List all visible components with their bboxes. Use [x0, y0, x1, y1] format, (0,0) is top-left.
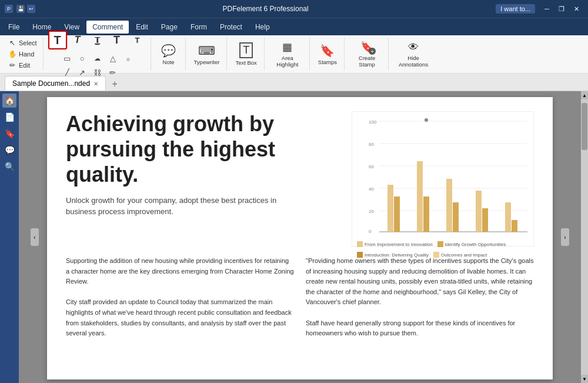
save-icon[interactable]: 💾: [16, 5, 25, 13]
drawing-tools: ▭ ○ ☁ △ ⬦ ╱ ↗ ⛓ ✏: [60, 52, 135, 79]
restore-button[interactable]: ❐: [554, 2, 569, 15]
tab-label: Sample Documen...nded: [12, 79, 90, 88]
title-bar-left: P 💾 ↩: [5, 5, 35, 13]
svg-rect-21: [423, 197, 429, 232]
new-tab-button[interactable]: +: [108, 78, 121, 91]
body-text-section: Supporting the addition of new housing w…: [66, 256, 534, 339]
area-highlight-button[interactable]: ▦ Area Highlight: [268, 38, 307, 70]
typewriter-section: ⌨ Typewriter: [187, 38, 228, 71]
text-style-bold-button[interactable]: T: [48, 31, 67, 49]
menu-protect[interactable]: Protect: [214, 21, 248, 34]
page-heading: Achieving growth by pursuing the highest…: [66, 111, 295, 188]
legend-label-2: Identify Growth Opportunities: [445, 242, 506, 247]
svg-text:40: 40: [369, 186, 374, 192]
stamps-section: 🔖 Stamps: [311, 38, 345, 71]
sidebar-search-icon[interactable]: 🔍: [2, 159, 16, 174]
diamond-shape-button[interactable]: ⬦: [121, 52, 135, 65]
selection-tools: ↖ Select ✋ Hand ✏ Edit: [5, 38, 41, 71]
scroll-down-arrow[interactable]: ▼: [581, 375, 588, 383]
svg-rect-25: [482, 208, 488, 232]
text-style-underline-button[interactable]: T̲: [88, 31, 107, 49]
scroll-up-arrow[interactable]: ▲: [581, 91, 588, 99]
svg-rect-27: [512, 220, 517, 232]
cloud-shape-button[interactable]: ☁: [91, 52, 105, 65]
tab-bar: Sample Documen...nded ✕ +: [0, 74, 588, 91]
left-panel-toggle[interactable]: ‹: [31, 228, 39, 246]
oval-shape-button[interactable]: ○: [75, 52, 89, 65]
legend-label-1: From Improvement to Innovation: [365, 242, 433, 247]
menu-form[interactable]: Form: [185, 21, 213, 34]
textbox-button[interactable]: T Text Box: [230, 40, 261, 68]
sidebar-pages-icon[interactable]: 📄: [2, 110, 16, 124]
triangle-shape-button[interactable]: △: [106, 52, 120, 65]
rectangle-shape-button[interactable]: ▭: [60, 52, 74, 65]
edit-icon: ✏: [8, 61, 16, 69]
vertical-scrollbar[interactable]: ▲ ▼: [581, 91, 588, 383]
svg-text:60: 60: [369, 164, 374, 169]
svg-rect-18: [387, 185, 393, 232]
quick-access-toolbar: 💾 ↩: [16, 5, 35, 13]
close-button[interactable]: ✕: [569, 2, 583, 15]
tab-close-button[interactable]: ✕: [93, 81, 98, 87]
create-stamp-button[interactable]: 🔖 + Create Stamp: [348, 38, 386, 70]
text-style-small-button[interactable]: T: [128, 31, 147, 49]
stamps-button[interactable]: 🔖 Stamps: [313, 41, 342, 68]
pencil-tool-button[interactable]: ✏: [106, 66, 120, 79]
sidebar-comments-icon[interactable]: 💬: [2, 143, 16, 157]
legend-item-2: Identify Growth Opportunities: [437, 241, 506, 247]
app-icon: P: [5, 5, 13, 13]
hide-annotations-icon: 👁: [408, 41, 419, 54]
page-top-section: Achieving growth by pursuing the highest…: [66, 111, 534, 247]
text-style-large-button[interactable]: T: [108, 31, 127, 49]
stamps-icon: 🔖: [320, 44, 335, 58]
text-formatting-tools: T T T̲ T T: [47, 29, 148, 51]
create-stamp-icon: 🔖 +: [360, 41, 373, 54]
scroll-thumb[interactable]: [582, 103, 587, 150]
window-controls: ─ ❐ ✕: [540, 2, 583, 15]
svg-text:20: 20: [369, 209, 374, 214]
select-icon: ↖: [8, 39, 16, 47]
menu-help[interactable]: Help: [249, 21, 276, 34]
hide-annotations-button[interactable]: 👁 Hide Annotations: [392, 39, 435, 70]
selection-tools-section: ↖ Select ✋ Hand ✏ Edit: [2, 38, 44, 71]
svg-rect-23: [453, 202, 459, 232]
want-to-button[interactable]: I want to...: [496, 4, 535, 14]
minimize-button[interactable]: ─: [540, 2, 554, 15]
body-right-para-2: Staff have heard generally strong suppor…: [306, 318, 534, 339]
undo-icon[interactable]: ↩: [27, 5, 35, 13]
svg-text:0: 0: [369, 229, 372, 234]
sidebar-bookmark-icon[interactable]: 🔖: [2, 126, 16, 141]
select-tool-button[interactable]: ↖ Select: [5, 38, 41, 48]
svg-rect-24: [476, 191, 482, 232]
note-icon: 💬: [161, 44, 176, 58]
sidebar-home-icon[interactable]: 🏠: [2, 94, 16, 108]
title-bar: P 💾 ↩ PDFelement 6 Professional I want t…: [0, 0, 588, 18]
body-right-para-1: "Providing home owners with these types …: [306, 256, 534, 308]
right-panel-toggle[interactable]: ›: [561, 228, 569, 246]
hand-tool-button[interactable]: ✋ Hand: [5, 49, 41, 59]
note-button[interactable]: 💬 Note: [155, 41, 183, 68]
area-highlight-icon: ▦: [282, 41, 292, 54]
typewriter-button[interactable]: ⌨ Typewriter: [189, 41, 225, 68]
svg-rect-20: [417, 161, 423, 232]
textbox-icon: T: [239, 42, 253, 58]
menu-page[interactable]: Page: [155, 21, 183, 34]
app-title: PDFelement 6 Professional: [35, 5, 496, 13]
text-style-italic-button[interactable]: T: [68, 31, 87, 49]
legend-color-2: [437, 241, 443, 247]
document-tab[interactable]: Sample Documen...nded ✕: [5, 76, 106, 91]
edit-tool-button[interactable]: ✏ Edit: [5, 60, 41, 71]
hide-annotations-section: 👁 Hide Annotations: [390, 38, 437, 71]
toolbar: ↖ Select ✋ Hand ✏ Edit T T T̲ T T ▭ ○: [0, 35, 588, 74]
body-left-para-2: City staff provided an update to Council…: [66, 297, 294, 338]
typewriter-icon: ⌨: [198, 44, 215, 58]
hand-icon: ✋: [8, 50, 16, 58]
note-section: 💬 Note: [152, 38, 186, 71]
chart-legend: From Improvement to Innovation Identify …: [357, 241, 529, 258]
menu-file[interactable]: File: [2, 21, 25, 34]
page-subtitle: Unlock growth for your company, adopt th…: [66, 195, 295, 218]
text-tools-section: T T T̲ T T ▭ ○ ☁ △ ⬦ ╱ ↗ ⛓ ✏: [45, 38, 151, 71]
body-left-column: Supporting the addition of new housing w…: [66, 256, 294, 339]
svg-rect-19: [394, 197, 400, 232]
textbox-section: T Text Box: [228, 38, 264, 71]
